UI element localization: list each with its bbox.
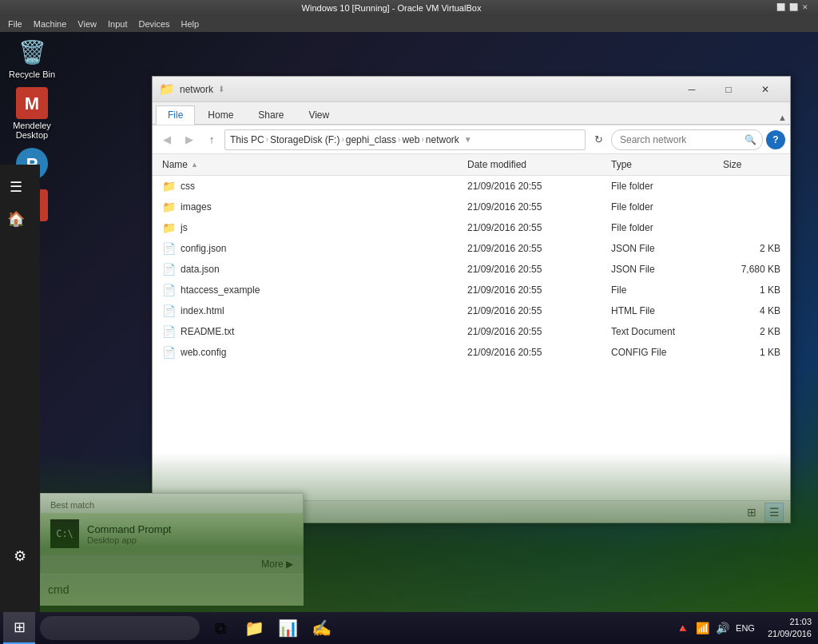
- start-btn[interactable]: ⊞: [3, 612, 35, 644]
- back-btn[interactable]: ◀: [157, 130, 177, 149]
- up-btn[interactable]: ↑: [202, 130, 221, 149]
- language-label[interactable]: ENG: [734, 622, 756, 634]
- address-path[interactable]: This PC › StorageDisk (F:) › gephi_class…: [224, 129, 586, 150]
- tab-home[interactable]: Home: [196, 105, 245, 124]
- taskbar: ⊞ ⧉ 📁 📊 ✍️ 🔺 📶 🔊 ENG 21:03 21/0: [0, 612, 818, 644]
- file-date-cell: 21/09/2016 20:55: [464, 262, 608, 276]
- vbox-restore-icon[interactable]: ⬜: [789, 3, 799, 13]
- menu-help[interactable]: Help: [177, 18, 204, 30]
- refresh-btn[interactable]: ↻: [589, 130, 608, 149]
- file-date: 21/09/2016 20:55: [467, 326, 542, 337]
- settings-btn[interactable]: ⚙: [4, 540, 36, 572]
- col-size[interactable]: Size: [720, 157, 784, 172]
- file-name: htaccess_example: [181, 284, 260, 296]
- taskbar-search-input[interactable]: [40, 616, 200, 640]
- taskbar-clock[interactable]: 21:03 21/09/2016: [764, 616, 815, 641]
- tab-file[interactable]: File: [156, 105, 195, 125]
- table-row[interactable]: 📁 images 21/09/2016 20:55 File folder: [153, 197, 790, 217]
- search-result-text: Command Prompt Desktop app: [87, 523, 171, 545]
- search-result-sub: Desktop app: [87, 535, 171, 545]
- col-date[interactable]: Date modified: [464, 157, 608, 172]
- table-row[interactable]: 📄 data.json 21/09/2016 20:55 JSON File 7…: [153, 259, 790, 280]
- file-size-cell: [720, 226, 784, 229]
- home-btn[interactable]: 🏠: [0, 203, 32, 235]
- menu-devices[interactable]: Devices: [133, 18, 174, 30]
- explorer-maximize-btn[interactable]: □: [710, 77, 747, 102]
- tab-view[interactable]: View: [296, 105, 341, 124]
- desktop-icon-recycle[interactable]: 🗑️ Recycle Bin: [4, 36, 60, 79]
- table-row[interactable]: 📄 web.config 21/09/2016 20:55 CONFIG Fil…: [153, 342, 790, 363]
- file-type: CONFIG File: [611, 347, 666, 358]
- volume-icon[interactable]: 🔊: [714, 620, 731, 636]
- file-date-cell: 21/09/2016 20:55: [464, 345, 608, 360]
- explorer-minimize-btn[interactable]: ─: [673, 77, 710, 102]
- table-row[interactable]: 📄 config.json 21/09/2016 20:55 JSON File…: [153, 238, 790, 259]
- search-input[interactable]: [611, 129, 763, 150]
- ribbon-collapse-btn[interactable]: ▲: [778, 113, 787, 122]
- forward-btn[interactable]: ▶: [180, 130, 199, 149]
- desktop-icon-mendeley[interactable]: M Mendeley Desktop: [4, 87, 60, 140]
- file-type-cell: Text Document: [608, 324, 720, 339]
- quick-access-icon: ⬇: [218, 85, 224, 93]
- table-row[interactable]: 📁 css 21/09/2016 20:55 File folder: [153, 176, 790, 197]
- table-row[interactable]: 📄 htaccess_example 21/09/2016 20:55 File…: [153, 280, 790, 300]
- more-label: More: [261, 559, 283, 570]
- file-date-cell: 21/09/2016 20:55: [464, 221, 608, 235]
- notification-icon[interactable]: 🔺: [674, 620, 691, 636]
- network-icon[interactable]: 📶: [694, 620, 711, 636]
- file-name-cell: 📁 css: [159, 178, 464, 194]
- tab-share[interactable]: Share: [246, 105, 296, 124]
- file-name: js: [181, 222, 188, 233]
- file-type-cell: CONFIG File: [608, 345, 720, 360]
- menu-view[interactable]: View: [73, 18, 101, 30]
- col-name[interactable]: Name ▲: [159, 157, 464, 172]
- file-date: 21/09/2016 20:55: [467, 181, 542, 192]
- col-type[interactable]: Type: [608, 157, 720, 172]
- file-name: index.html: [181, 305, 224, 316]
- path-dropdown-btn[interactable]: ▼: [464, 135, 472, 144]
- hamburger-btn[interactable]: ☰: [0, 171, 32, 203]
- file-list-header: Name ▲ Date modified Type Size: [153, 154, 790, 176]
- explorer-close-btn[interactable]: ✕: [747, 77, 784, 102]
- file-icon: 📄: [162, 304, 176, 317]
- file-size: 7,680 KB: [741, 264, 780, 275]
- help-btn[interactable]: ?: [766, 130, 785, 149]
- path-this-pc[interactable]: This PC: [230, 134, 264, 145]
- search-result-item-cmd[interactable]: C:\ Command Prompt Desktop app: [41, 513, 303, 555]
- cmd-icon-text: C:\: [56, 528, 73, 539]
- file-date: 21/09/2016 20:55: [467, 222, 542, 233]
- path-web[interactable]: web: [402, 134, 419, 145]
- settings-icon: ⚙: [14, 547, 26, 565]
- path-storage[interactable]: StorageDisk (F:): [270, 134, 340, 145]
- col-type-label: Type: [611, 159, 632, 170]
- menu-input[interactable]: Input: [103, 18, 132, 30]
- taskbar-app-excel[interactable]: 📊: [272, 612, 304, 644]
- list-view-btn[interactable]: ☰: [764, 503, 784, 522]
- table-row[interactable]: 📁 js 21/09/2016 20:55 File folder: [153, 217, 790, 238]
- file-type: JSON File: [611, 243, 655, 254]
- file-type: File: [611, 284, 626, 296]
- taskbar-time: 21:03: [768, 616, 812, 628]
- menu-machine[interactable]: Machine: [29, 18, 72, 30]
- table-row[interactable]: 📄 README.txt 21/09/2016 20:55 Text Docum…: [153, 321, 790, 342]
- file-name-cell: 📁 images: [159, 199, 464, 215]
- taskbar-app-other[interactable]: ✍️: [305, 612, 337, 644]
- details-view-btn[interactable]: ⊞: [742, 503, 761, 522]
- more-results-btn[interactable]: More ▶: [41, 555, 303, 573]
- start-search-input[interactable]: [48, 583, 296, 596]
- file-icon: 📄: [162, 325, 176, 338]
- vbox-close-icon[interactable]: ✕: [802, 3, 812, 13]
- vbox-minimize-icon[interactable]: ⬜: [776, 3, 786, 13]
- file-name-cell: 📄 config.json: [159, 241, 464, 256]
- path-gephi[interactable]: gephi_class: [346, 134, 396, 145]
- start-menu-left-strip: ☰ 🏠 ⚙: [0, 165, 40, 612]
- taskbar-app-explorer[interactable]: 📁: [238, 612, 270, 644]
- search-results-panel: Best match C:\ Command Prompt Desktop ap…: [40, 493, 304, 574]
- file-icon: 📄: [162, 263, 176, 276]
- menu-file[interactable]: File: [3, 18, 27, 30]
- table-row[interactable]: 📄 index.html 21/09/2016 20:55 HTML File …: [153, 300, 790, 321]
- path-network[interactable]: network: [426, 134, 459, 145]
- taskbar-app-task-view[interactable]: ⧉: [204, 612, 236, 644]
- file-date: 21/09/2016 20:55: [467, 201, 542, 213]
- start-icon: ⊞: [14, 618, 26, 636]
